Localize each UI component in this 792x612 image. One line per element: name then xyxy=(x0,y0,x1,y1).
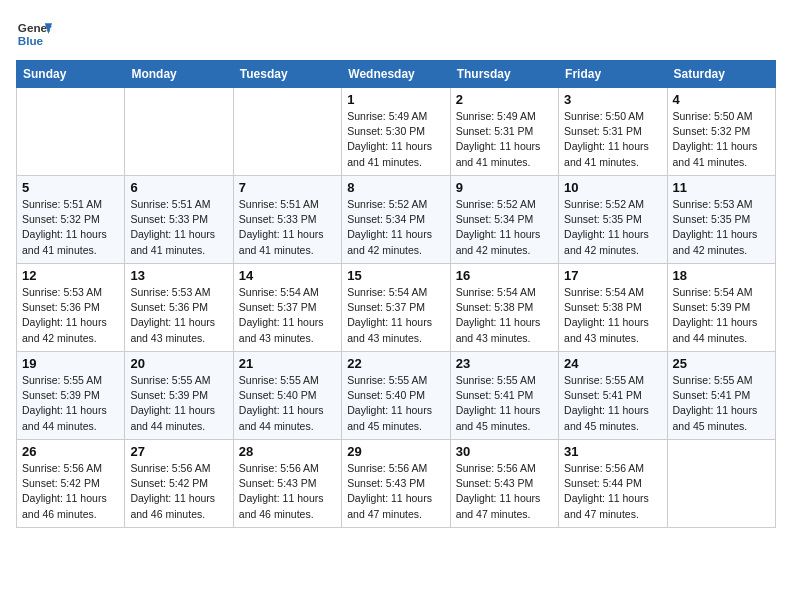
calendar-cell: 12Sunrise: 5:53 AM Sunset: 5:36 PM Dayli… xyxy=(17,264,125,352)
day-info: Sunrise: 5:55 AM Sunset: 5:41 PM Dayligh… xyxy=(673,373,770,434)
calendar-week-3: 12Sunrise: 5:53 AM Sunset: 5:36 PM Dayli… xyxy=(17,264,776,352)
calendar-cell: 21Sunrise: 5:55 AM Sunset: 5:40 PM Dayli… xyxy=(233,352,341,440)
logo: General Blue xyxy=(16,16,56,52)
day-number: 29 xyxy=(347,444,444,459)
svg-text:Blue: Blue xyxy=(18,34,44,47)
day-info: Sunrise: 5:56 AM Sunset: 5:42 PM Dayligh… xyxy=(130,461,227,522)
calendar-cell: 4Sunrise: 5:50 AM Sunset: 5:32 PM Daylig… xyxy=(667,88,775,176)
day-number: 8 xyxy=(347,180,444,195)
day-info: Sunrise: 5:52 AM Sunset: 5:34 PM Dayligh… xyxy=(456,197,553,258)
day-number: 27 xyxy=(130,444,227,459)
day-number: 16 xyxy=(456,268,553,283)
header-day-saturday: Saturday xyxy=(667,61,775,88)
calendar-cell xyxy=(233,88,341,176)
header-day-wednesday: Wednesday xyxy=(342,61,450,88)
day-number: 23 xyxy=(456,356,553,371)
calendar-cell: 5Sunrise: 5:51 AM Sunset: 5:32 PM Daylig… xyxy=(17,176,125,264)
header-day-sunday: Sunday xyxy=(17,61,125,88)
day-number: 14 xyxy=(239,268,336,283)
day-number: 30 xyxy=(456,444,553,459)
day-number: 31 xyxy=(564,444,661,459)
day-info: Sunrise: 5:54 AM Sunset: 5:38 PM Dayligh… xyxy=(456,285,553,346)
calendar-cell: 20Sunrise: 5:55 AM Sunset: 5:39 PM Dayli… xyxy=(125,352,233,440)
day-info: Sunrise: 5:55 AM Sunset: 5:40 PM Dayligh… xyxy=(239,373,336,434)
calendar-cell: 1Sunrise: 5:49 AM Sunset: 5:30 PM Daylig… xyxy=(342,88,450,176)
calendar-week-1: 1Sunrise: 5:49 AM Sunset: 5:30 PM Daylig… xyxy=(17,88,776,176)
day-number: 19 xyxy=(22,356,119,371)
day-number: 28 xyxy=(239,444,336,459)
calendar-cell xyxy=(667,440,775,528)
calendar-body: 1Sunrise: 5:49 AM Sunset: 5:30 PM Daylig… xyxy=(17,88,776,528)
calendar-cell: 10Sunrise: 5:52 AM Sunset: 5:35 PM Dayli… xyxy=(559,176,667,264)
calendar-cell: 6Sunrise: 5:51 AM Sunset: 5:33 PM Daylig… xyxy=(125,176,233,264)
calendar-cell: 14Sunrise: 5:54 AM Sunset: 5:37 PM Dayli… xyxy=(233,264,341,352)
day-number: 7 xyxy=(239,180,336,195)
calendar-cell: 13Sunrise: 5:53 AM Sunset: 5:36 PM Dayli… xyxy=(125,264,233,352)
day-info: Sunrise: 5:56 AM Sunset: 5:43 PM Dayligh… xyxy=(456,461,553,522)
calendar-cell: 19Sunrise: 5:55 AM Sunset: 5:39 PM Dayli… xyxy=(17,352,125,440)
calendar-cell: 23Sunrise: 5:55 AM Sunset: 5:41 PM Dayli… xyxy=(450,352,558,440)
day-info: Sunrise: 5:50 AM Sunset: 5:31 PM Dayligh… xyxy=(564,109,661,170)
calendar-cell: 9Sunrise: 5:52 AM Sunset: 5:34 PM Daylig… xyxy=(450,176,558,264)
day-number: 24 xyxy=(564,356,661,371)
day-number: 3 xyxy=(564,92,661,107)
day-info: Sunrise: 5:56 AM Sunset: 5:42 PM Dayligh… xyxy=(22,461,119,522)
day-info: Sunrise: 5:54 AM Sunset: 5:37 PM Dayligh… xyxy=(347,285,444,346)
day-info: Sunrise: 5:49 AM Sunset: 5:30 PM Dayligh… xyxy=(347,109,444,170)
day-number: 15 xyxy=(347,268,444,283)
day-number: 1 xyxy=(347,92,444,107)
day-info: Sunrise: 5:56 AM Sunset: 5:44 PM Dayligh… xyxy=(564,461,661,522)
calendar-week-4: 19Sunrise: 5:55 AM Sunset: 5:39 PM Dayli… xyxy=(17,352,776,440)
calendar-table: SundayMondayTuesdayWednesdayThursdayFrid… xyxy=(16,60,776,528)
day-info: Sunrise: 5:51 AM Sunset: 5:32 PM Dayligh… xyxy=(22,197,119,258)
calendar-cell: 18Sunrise: 5:54 AM Sunset: 5:39 PM Dayli… xyxy=(667,264,775,352)
day-info: Sunrise: 5:54 AM Sunset: 5:38 PM Dayligh… xyxy=(564,285,661,346)
day-number: 12 xyxy=(22,268,119,283)
calendar-week-2: 5Sunrise: 5:51 AM Sunset: 5:32 PM Daylig… xyxy=(17,176,776,264)
day-info: Sunrise: 5:54 AM Sunset: 5:39 PM Dayligh… xyxy=(673,285,770,346)
calendar-cell: 31Sunrise: 5:56 AM Sunset: 5:44 PM Dayli… xyxy=(559,440,667,528)
calendar-cell: 17Sunrise: 5:54 AM Sunset: 5:38 PM Dayli… xyxy=(559,264,667,352)
page-header: General Blue xyxy=(16,16,776,52)
calendar-cell: 8Sunrise: 5:52 AM Sunset: 5:34 PM Daylig… xyxy=(342,176,450,264)
calendar-cell xyxy=(17,88,125,176)
day-number: 17 xyxy=(564,268,661,283)
header-day-thursday: Thursday xyxy=(450,61,558,88)
day-info: Sunrise: 5:51 AM Sunset: 5:33 PM Dayligh… xyxy=(130,197,227,258)
calendar-cell xyxy=(125,88,233,176)
day-info: Sunrise: 5:53 AM Sunset: 5:36 PM Dayligh… xyxy=(22,285,119,346)
day-info: Sunrise: 5:53 AM Sunset: 5:35 PM Dayligh… xyxy=(673,197,770,258)
calendar-cell: 30Sunrise: 5:56 AM Sunset: 5:43 PM Dayli… xyxy=(450,440,558,528)
day-info: Sunrise: 5:52 AM Sunset: 5:34 PM Dayligh… xyxy=(347,197,444,258)
calendar-cell: 7Sunrise: 5:51 AM Sunset: 5:33 PM Daylig… xyxy=(233,176,341,264)
logo-icon: General Blue xyxy=(16,16,52,52)
day-number: 4 xyxy=(673,92,770,107)
day-info: Sunrise: 5:56 AM Sunset: 5:43 PM Dayligh… xyxy=(239,461,336,522)
day-info: Sunrise: 5:54 AM Sunset: 5:37 PM Dayligh… xyxy=(239,285,336,346)
day-number: 5 xyxy=(22,180,119,195)
day-number: 2 xyxy=(456,92,553,107)
day-number: 6 xyxy=(130,180,227,195)
calendar-cell: 26Sunrise: 5:56 AM Sunset: 5:42 PM Dayli… xyxy=(17,440,125,528)
day-number: 20 xyxy=(130,356,227,371)
day-info: Sunrise: 5:50 AM Sunset: 5:32 PM Dayligh… xyxy=(673,109,770,170)
calendar-cell: 11Sunrise: 5:53 AM Sunset: 5:35 PM Dayli… xyxy=(667,176,775,264)
calendar-cell: 15Sunrise: 5:54 AM Sunset: 5:37 PM Dayli… xyxy=(342,264,450,352)
calendar-cell: 25Sunrise: 5:55 AM Sunset: 5:41 PM Dayli… xyxy=(667,352,775,440)
calendar-week-5: 26Sunrise: 5:56 AM Sunset: 5:42 PM Dayli… xyxy=(17,440,776,528)
calendar-cell: 16Sunrise: 5:54 AM Sunset: 5:38 PM Dayli… xyxy=(450,264,558,352)
day-info: Sunrise: 5:49 AM Sunset: 5:31 PM Dayligh… xyxy=(456,109,553,170)
day-number: 9 xyxy=(456,180,553,195)
day-number: 18 xyxy=(673,268,770,283)
day-number: 11 xyxy=(673,180,770,195)
day-info: Sunrise: 5:56 AM Sunset: 5:43 PM Dayligh… xyxy=(347,461,444,522)
day-number: 25 xyxy=(673,356,770,371)
calendar-header: SundayMondayTuesdayWednesdayThursdayFrid… xyxy=(17,61,776,88)
day-number: 26 xyxy=(22,444,119,459)
day-info: Sunrise: 5:52 AM Sunset: 5:35 PM Dayligh… xyxy=(564,197,661,258)
calendar-cell: 2Sunrise: 5:49 AM Sunset: 5:31 PM Daylig… xyxy=(450,88,558,176)
day-number: 21 xyxy=(239,356,336,371)
day-info: Sunrise: 5:55 AM Sunset: 5:39 PM Dayligh… xyxy=(22,373,119,434)
header-day-monday: Monday xyxy=(125,61,233,88)
day-info: Sunrise: 5:55 AM Sunset: 5:39 PM Dayligh… xyxy=(130,373,227,434)
